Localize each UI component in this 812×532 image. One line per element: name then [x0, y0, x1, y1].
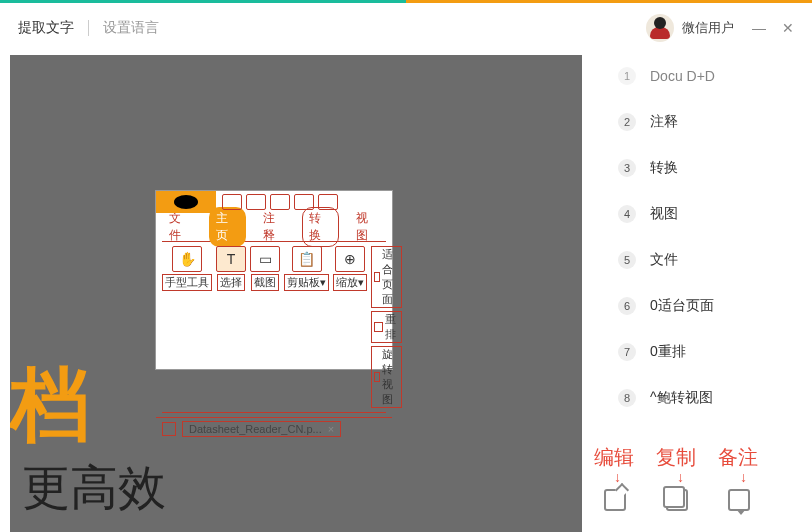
result-num: 6 — [618, 297, 636, 315]
result-item-2[interactable]: 2注释 — [618, 113, 788, 131]
select-tool-icon[interactable]: T — [216, 246, 246, 272]
app-logo-area — [156, 191, 216, 213]
result-label: 0重排 — [650, 343, 686, 361]
print-icon[interactable] — [270, 194, 290, 210]
background-glyph: 档 — [10, 365, 90, 445]
nested-app-window: 文件 主页 注释 转换 视图 ✋ 手型工具 T 选择 ▭ 截图 📋 剪贴板▾ — [155, 190, 393, 370]
username-label: 微信用户 — [682, 19, 734, 37]
arrow-down-icon: ↓ — [740, 469, 747, 485]
tab-annotate[interactable]: 注释 — [256, 207, 293, 247]
undo-icon[interactable] — [294, 194, 314, 210]
result-item-7[interactable]: 70重排 — [618, 343, 788, 361]
tab-file[interactable]: 文件 — [162, 207, 199, 247]
document-tab[interactable]: Datasheet_Reader_CN.p... × — [182, 421, 341, 437]
result-label: 转换 — [650, 159, 678, 177]
reflow-button[interactable]: 重排 — [371, 311, 402, 343]
arrow-down-icon: ↓ — [677, 469, 684, 485]
preview-area: 档 更高效 文件 主页 注释 转换 视图 ✋ 手型工具 — [10, 55, 582, 532]
set-language-button[interactable]: 设置语言 — [103, 19, 159, 37]
result-num: 8 — [618, 389, 636, 407]
avatar[interactable] — [646, 14, 674, 42]
background-text: 更高效 — [22, 456, 166, 520]
result-num: 7 — [618, 343, 636, 361]
result-item-6[interactable]: 60适台页面 — [618, 297, 788, 315]
copy-button[interactable] — [666, 489, 688, 511]
open-icon[interactable] — [222, 194, 242, 210]
fit-page-button[interactable]: 适合页面 — [371, 246, 402, 308]
result-num: 3 — [618, 159, 636, 177]
select-tool-label: 选择 — [217, 274, 245, 291]
header: 提取文字 设置语言 微信用户 — ✕ — [0, 3, 812, 53]
anno-edit-label: 编辑 — [594, 444, 634, 471]
result-item-3[interactable]: 3转换 — [618, 159, 788, 177]
hand-tool-icon[interactable]: ✋ — [172, 246, 202, 272]
result-label: ^鲍转视图 — [650, 389, 713, 407]
result-item-5[interactable]: 5文件 — [618, 251, 788, 269]
anno-copy-label: 复制 — [656, 444, 696, 471]
note-button[interactable] — [728, 489, 750, 511]
result-num: 2 — [618, 113, 636, 131]
minimize-button[interactable]: — — [752, 20, 766, 36]
redo-icon[interactable] — [318, 194, 338, 210]
clipboard-tool-icon[interactable]: 📋 — [292, 246, 322, 272]
result-num: 5 — [618, 251, 636, 269]
result-label: 视图 — [650, 205, 678, 223]
edit-button[interactable] — [604, 489, 626, 511]
result-item-4[interactable]: 4视图 — [618, 205, 788, 223]
arrow-down-icon: ↓ — [614, 469, 621, 485]
rotate-view-button[interactable]: 旋转视图 — [371, 346, 402, 408]
zoom-tool-icon[interactable]: ⊕ — [335, 246, 365, 272]
result-num: 1 — [618, 67, 636, 85]
result-item-1[interactable]: 1Docu D+D — [618, 67, 788, 85]
close-button[interactable]: ✕ — [782, 20, 794, 36]
fit-page-icon — [374, 272, 380, 282]
tab-convert[interactable]: 转换 — [302, 207, 339, 247]
result-label: 文件 — [650, 251, 678, 269]
reflow-icon — [374, 322, 383, 332]
save-icon[interactable] — [246, 194, 266, 210]
document-tab-label: Datasheet_Reader_CN.p... — [189, 423, 322, 435]
hand-tool-label: 手型工具 — [162, 274, 212, 291]
result-label: 注释 — [650, 113, 678, 131]
zoom-tool-label: 缩放▾ — [333, 274, 367, 291]
tab-close-icon[interactable]: × — [328, 423, 334, 435]
result-num: 4 — [618, 205, 636, 223]
clipboard-tool-label: 剪贴板▾ — [284, 274, 329, 291]
result-label: 0适台页面 — [650, 297, 714, 315]
divider — [88, 20, 89, 36]
tab-home[interactable]: 主页 — [209, 207, 246, 247]
result-label: Docu D+D — [650, 68, 715, 84]
result-item-8[interactable]: 8^鲍转视图 — [618, 389, 788, 407]
annotation-callouts: 编辑 复制 备注 ↓ ↓ ↓ — [586, 444, 806, 524]
tab-view[interactable]: 视图 — [349, 207, 386, 247]
screenshot-tool-label: 截图 — [251, 274, 279, 291]
screenshot-tool-icon[interactable]: ▭ — [250, 246, 280, 272]
anno-note-label: 备注 — [718, 444, 758, 471]
pencil-icon[interactable] — [162, 422, 176, 436]
extract-text-button[interactable]: 提取文字 — [18, 19, 74, 37]
rotate-icon — [374, 372, 380, 382]
